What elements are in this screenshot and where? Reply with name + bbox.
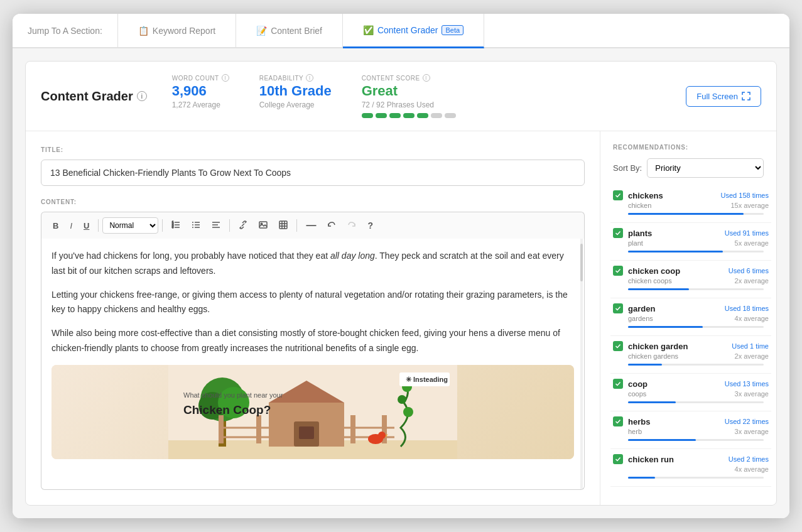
rec-keyword-chicken-garden: chicken garden — [628, 342, 727, 351]
svg-point-41 — [378, 432, 386, 439]
table-button[interactable] — [274, 218, 293, 234]
content-score-metric: CONTENT SCORE i Great 72 / 92 Phrases Us… — [362, 74, 456, 118]
align-button[interactable] — [207, 218, 225, 234]
rec-item-bottom-garden: gardens 4x average — [613, 315, 769, 322]
toolbar-sep-1 — [98, 219, 99, 232]
rec-item-top-chicken-garden: chicken garden Used 1 time — [613, 341, 769, 351]
editor-content[interactable]: If you've had chickens for long, you pro… — [41, 239, 585, 490]
rec-item-bottom-chicken-run: 4x average — [613, 465, 769, 473]
rec-bar-bg-coop — [628, 401, 764, 403]
rec-bar-wrap-garden — [613, 326, 769, 328]
rec-bar-fill — [628, 213, 744, 215]
score-dot-1 — [362, 113, 373, 118]
readability-value: 10th Grade — [259, 83, 332, 99]
tab-content-grader[interactable]: ✅ Content Grader Beta — [343, 14, 484, 48]
rec-bar-fill-chicken-coop — [628, 288, 689, 290]
rec-bar-bg-chicken-garden — [628, 364, 764, 366]
rec-bar-bg-chicken-coop — [628, 288, 764, 290]
rec-item-bottom-herbs: herb 3x average — [613, 428, 769, 435]
score-dot-3 — [389, 113, 401, 118]
readability-label: READABILITY i — [259, 74, 332, 82]
rec-used-chicken-coop: Used 6 times — [729, 267, 769, 274]
rec-checkbox-chickens[interactable] — [613, 190, 623, 200]
rec-bar-bg-chicken-run — [628, 477, 764, 479]
score-dot-4 — [403, 113, 415, 118]
rec-variant-plants: plant — [628, 239, 730, 247]
rec-item-plants: plants Used 91 times plant 5x average — [610, 223, 771, 261]
rec-used-chicken-run: Used 2 times — [729, 455, 769, 463]
title-input[interactable] — [41, 160, 585, 186]
svg-text:✳ Insteading: ✳ Insteading — [406, 376, 448, 383]
rec-bar-fill-garden — [628, 326, 703, 328]
italic-button[interactable]: I — [65, 219, 77, 233]
rec-used-garden: Used 18 times — [725, 305, 769, 312]
toolbar-sep-4 — [296, 219, 297, 232]
rec-checkbox-garden[interactable] — [613, 303, 623, 313]
svg-rect-32 — [256, 415, 261, 443]
rec-item-garden: garden Used 18 times gardens 4x average — [610, 298, 771, 336]
rec-variant-chicken-coop: chicken coops — [628, 277, 730, 285]
tab-content-brief[interactable]: 📝 Content Brief — [236, 14, 343, 47]
rec-item-bottom-chicken-garden: chicken gardens 2x average — [613, 352, 769, 360]
app-window: Jump To A Section: 📋 Keyword Report 📝 Co… — [13, 14, 789, 518]
nav-label: Jump To A Section: — [13, 14, 118, 47]
rec-bar-bg-plants — [628, 251, 764, 252]
underline-button[interactable]: U — [79, 219, 94, 233]
content-image: What should you plant near your Chicken … — [51, 365, 574, 459]
rec-item-top-coop: coop Used 13 times — [613, 379, 769, 389]
rec-list: chickens Used 158 times chicken 15x aver… — [600, 185, 776, 492]
svg-point-44 — [398, 395, 406, 404]
rec-keyword-chickens: chickens — [628, 191, 716, 200]
rec-bar-fill-plants — [628, 251, 723, 252]
rec-item-top-plants: plants Used 91 times — [613, 228, 769, 238]
rec-bar-wrap-coop — [613, 401, 769, 403]
rec-item-bottom-plants: plant 5x average — [613, 239, 769, 247]
rec-header: RECOMMENDATIONS: Sort By: Priority Alpha… — [600, 144, 776, 178]
readability-sub: College Average — [259, 100, 332, 109]
paragraph-2: Letting your chickens free-range, or giv… — [51, 288, 574, 318]
redo-button[interactable] — [342, 218, 361, 234]
svg-rect-17 — [279, 221, 287, 229]
cg-body: TITLE: CONTENT: B I U Normal Heading 1 H… — [26, 131, 776, 505]
rec-bar-bg-garden — [628, 326, 764, 328]
format-select[interactable]: Normal Heading 1 Heading 2 Heading 3 — [102, 217, 158, 234]
divider-button[interactable]: — — [301, 218, 321, 233]
rec-checkbox-chicken-run[interactable] — [613, 454, 623, 464]
content-score-info-icon: i — [423, 74, 430, 82]
editor-scrollbar-thumb — [580, 244, 583, 281]
rec-checkbox-chicken-garden[interactable] — [613, 341, 623, 351]
help-button[interactable]: ? — [362, 218, 378, 233]
editor-scrollbar[interactable] — [580, 239, 583, 489]
svg-rect-35 — [219, 415, 224, 443]
rec-bar-fill-coop — [628, 401, 676, 403]
rec-label: RECOMMENDATIONS: — [613, 144, 764, 151]
sort-select[interactable]: Priority Alphabetical Times Used — [647, 158, 764, 178]
link-button[interactable] — [234, 218, 252, 234]
rec-bar-fill-herbs — [628, 439, 696, 441]
score-dot-6 — [431, 113, 442, 118]
rec-checkbox-coop[interactable] — [613, 379, 623, 389]
image-button[interactable] — [254, 218, 273, 234]
rec-bar-wrap — [613, 213, 769, 215]
rec-checkbox-herbs[interactable] — [613, 416, 623, 426]
paragraph-1: If you've had chickens for long, you pro… — [51, 249, 574, 279]
toolbar-sep-3 — [229, 219, 230, 232]
rec-item-top-chicken-coop: chicken coop Used 6 times — [613, 266, 769, 276]
rec-checkbox-chicken-coop[interactable] — [613, 266, 623, 276]
content-score-value: Great — [362, 83, 456, 99]
rec-bar-wrap-chicken-coop — [613, 288, 769, 290]
fullscreen-button[interactable]: Full Screen — [686, 86, 761, 107]
rec-checkbox-plants[interactable] — [613, 228, 623, 238]
rec-variant-garden: gardens — [628, 315, 730, 322]
ordered-list-button[interactable]: 123 — [166, 218, 185, 234]
content-brief-icon: 📝 — [256, 26, 267, 36]
score-dot-5 — [417, 113, 428, 118]
undo-button[interactable] — [322, 218, 341, 234]
unordered-list-button[interactable] — [187, 218, 205, 234]
bold-button[interactable]: B — [48, 219, 63, 233]
rec-bar-fill-chicken-run — [628, 477, 655, 479]
info-icon[interactable]: i — [137, 91, 147, 101]
editor-toolbar: B I U Normal Heading 1 Heading 2 Heading… — [41, 212, 585, 239]
tab-keyword-report[interactable]: 📋 Keyword Report — [118, 14, 236, 47]
rec-avg-chicken-coop: 2x average — [735, 277, 769, 285]
